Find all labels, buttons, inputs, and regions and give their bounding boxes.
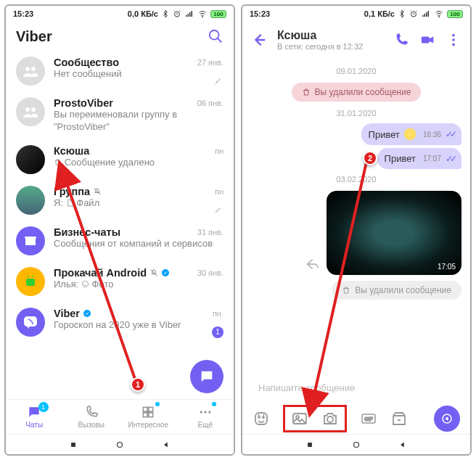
tab-dot xyxy=(155,402,160,406)
app-title: Viber xyxy=(16,28,52,45)
search-icon[interactable] xyxy=(208,28,223,44)
chat-list-item[interactable]: СообществоНет сообщений 27 янв. xyxy=(6,51,234,91)
android-nav xyxy=(6,434,234,454)
svg-point-5 xyxy=(25,107,30,112)
chat-title-area[interactable]: Ксюша В сети: сегодня в 12:32 xyxy=(277,29,383,51)
outgoing-message[interactable]: Привет17:07✓✓ xyxy=(377,148,461,169)
deleted-message: Вы удалили сообщение xyxy=(332,281,461,300)
svg-point-19 xyxy=(208,411,210,413)
status-time: 15:23 xyxy=(13,9,33,18)
menu-icon[interactable] xyxy=(446,32,461,48)
svg-point-1 xyxy=(202,17,203,17)
step-marker-1: 1 xyxy=(131,377,145,392)
chat-name: Ксюша xyxy=(54,145,223,157)
tab-more[interactable]: Ещё xyxy=(177,400,234,434)
net-speed: 0,1 КБ/с xyxy=(364,9,395,18)
unread-badge: 1 xyxy=(212,326,223,338)
net-speed: 0,0 КБ/с xyxy=(128,9,158,18)
back-icon[interactable] xyxy=(251,32,267,48)
call-icon[interactable] xyxy=(393,32,409,48)
chat-list-item[interactable]: Группа Я: Файл пн xyxy=(6,180,234,221)
back-icon[interactable] xyxy=(398,440,408,450)
back-icon[interactable] xyxy=(161,440,171,450)
more-icon xyxy=(198,405,213,419)
chat-date: пн. xyxy=(213,309,223,318)
verified-icon xyxy=(83,309,91,318)
chat-list: СообществоНет сообщений 27 янв. ProstoVi… xyxy=(6,51,234,399)
date-separator: 03.02.2020 xyxy=(336,175,376,184)
store-icon xyxy=(22,232,39,250)
tab-dot xyxy=(212,402,216,406)
svg-point-26 xyxy=(452,34,455,37)
contact-status: В сети: сегодня в 12:32 xyxy=(277,42,383,51)
chat-list-item[interactable]: ProstoViberВы переименовали группу в "Pr… xyxy=(6,91,234,139)
pin-icon xyxy=(213,206,222,215)
tab-interesting[interactable]: Интересное xyxy=(120,400,177,434)
chat-date: пн xyxy=(215,187,223,196)
chat-preview: Илья: Фото xyxy=(54,279,223,291)
gallery-icon[interactable] xyxy=(291,410,308,427)
svg-point-27 xyxy=(452,38,455,41)
highlight-box xyxy=(283,405,347,432)
chat-list-item[interactable]: Ксюша Сообщение удалено пн xyxy=(6,139,234,180)
home-icon[interactable] xyxy=(351,440,361,450)
svg-text:GIF: GIF xyxy=(364,416,373,422)
chat-preview: Я: Файл xyxy=(54,197,223,210)
date-separator: 31.01.2020 xyxy=(336,109,376,118)
tab-label: Чаты xyxy=(25,421,43,429)
svg-rect-25 xyxy=(422,36,430,43)
chat-date: 30 янв. xyxy=(197,268,223,277)
svg-point-12 xyxy=(83,310,91,317)
svg-point-10 xyxy=(162,269,169,276)
wifi-icon xyxy=(434,9,444,18)
chat-list-item[interactable]: Прокачай Android Илья: Фото 30 янв. xyxy=(6,261,234,302)
gif-icon[interactable]: GIF xyxy=(360,410,377,427)
share-icon[interactable] xyxy=(303,256,319,272)
bluetooth-icon xyxy=(398,9,406,18)
svg-rect-38 xyxy=(308,443,312,447)
voice-send-button[interactable] xyxy=(434,406,460,432)
tab-calls[interactable]: Вызовы xyxy=(63,400,120,434)
tab-label: Интересное xyxy=(128,421,168,429)
outgoing-message[interactable]: Привет16:36✓✓ xyxy=(361,123,461,145)
read-receipt-icon: ✓✓ xyxy=(446,129,454,139)
android-icon xyxy=(22,273,39,290)
home-icon[interactable] xyxy=(115,440,125,450)
chat-list-item[interactable]: Бизнес-чатыСообщения от компаний и серви… xyxy=(6,221,234,261)
message-time: 17:05 xyxy=(438,263,456,271)
group-icon xyxy=(22,62,39,80)
chat-list-header: Viber xyxy=(6,22,234,51)
chat-date: 06 янв. xyxy=(197,99,223,107)
compose-fab[interactable] xyxy=(190,360,223,393)
tab-chats[interactable]: Чаты1 xyxy=(6,400,63,434)
verified-icon xyxy=(161,268,170,277)
mute-icon xyxy=(149,268,158,277)
attach-icon[interactable] xyxy=(390,410,408,427)
tab-badge: 1 xyxy=(38,402,49,412)
interesting-icon xyxy=(141,405,155,419)
svg-point-6 xyxy=(31,107,36,112)
recents-icon[interactable] xyxy=(305,440,315,450)
recents-icon[interactable] xyxy=(68,440,78,450)
chat-screen: 15:23 0,1 КБ/с 100 Ксюша В сети: сегодня… xyxy=(241,4,472,456)
svg-rect-20 xyxy=(71,443,75,447)
image-message[interactable]: 17:05 xyxy=(327,191,461,275)
svg-point-4 xyxy=(31,67,36,71)
svg-rect-15 xyxy=(144,413,148,417)
battery-icon: 100 xyxy=(447,10,463,18)
android-nav xyxy=(242,434,470,454)
camera-icon[interactable] xyxy=(321,410,339,427)
video-call-icon[interactable] xyxy=(419,32,435,48)
message-input[interactable]: Напишите сообщение xyxy=(251,374,461,401)
svg-rect-13 xyxy=(144,407,148,411)
smile-emoji xyxy=(404,128,416,140)
message-time: 16:36 xyxy=(423,131,441,139)
chat-icon xyxy=(199,369,215,385)
tab-label: Ещё xyxy=(198,421,213,429)
sticker-icon[interactable] xyxy=(253,410,270,427)
svg-point-28 xyxy=(452,44,455,46)
battery-icon: 100 xyxy=(210,10,226,18)
chat-list-item[interactable]: Viber Гороскоп на 2020 уже в Viber пн. 1 xyxy=(6,302,234,342)
svg-point-3 xyxy=(25,67,30,71)
trash-icon xyxy=(54,158,62,166)
